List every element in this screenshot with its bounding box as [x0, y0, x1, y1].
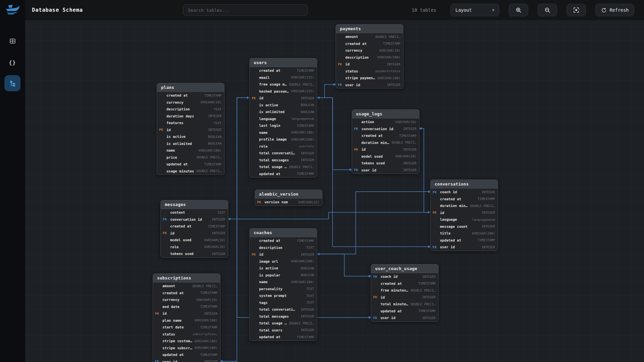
- field-name: total_messages: [259, 314, 289, 318]
- table-node-users[interactable]: userscreated_atTIMESTAMPemailVARCHAR(255…: [249, 58, 317, 177]
- table-header[interactable]: subscriptions: [153, 274, 220, 282]
- tree-diagram-icon: [9, 80, 16, 87]
- field-type: INTEGER: [210, 231, 225, 235]
- table-node-payments[interactable]: paymentsamountDOUBLE PRECI…created_atTIM…: [336, 24, 403, 89]
- sidebar-item-diagram[interactable]: [4, 75, 20, 91]
- table-row: end_dateTIMESTAMP: [153, 303, 220, 310]
- field-type: INTEGER: [206, 114, 221, 118]
- field-type: userrole: [297, 144, 314, 148]
- pk-badge: PK: [373, 295, 381, 299]
- field-type: TIMESTAMP: [295, 335, 314, 339]
- field-name: image_url: [259, 259, 278, 263]
- field-name: user_id: [162, 360, 177, 362]
- table-row: model_usedVARCHAR(50): [352, 153, 419, 160]
- field-name: id: [259, 96, 263, 100]
- field-type: DOUBLE PRECI…: [409, 289, 436, 292]
- table-header[interactable]: conversations: [431, 180, 498, 189]
- field-type: INTEGER: [385, 62, 400, 66]
- table-fields: FKcoach_idINTEGERcreated_atTIMESTAMPfree…: [371, 273, 438, 321]
- field-type: DOUBLE PRECI…: [191, 284, 217, 288]
- fit-view-button[interactable]: [566, 4, 586, 16]
- field-name: amount: [345, 35, 358, 39]
- field-type: TEXT: [212, 121, 221, 125]
- table-row: created_atTIMESTAMP: [352, 132, 419, 139]
- field-name: tokens_used: [170, 252, 194, 256]
- table-node-plans[interactable]: planscreated_atTIMESTAMPcurrencyVARCHAR(…: [157, 83, 225, 175]
- field-type: TEXT: [304, 287, 314, 291]
- table-row: tokens_usedINTEGER: [161, 250, 228, 257]
- table-row: total_usage_minu…DOUBLE PRECI…: [250, 163, 317, 170]
- table-row: created_atTIMESTAMP: [153, 290, 220, 297]
- pk-badge: PK: [257, 200, 264, 204]
- table-row: total_conversati…INTEGER: [250, 306, 317, 313]
- pk-badge: PK: [155, 312, 162, 315]
- diagram-canvas[interactable]: paymentsamountDOUBLE PRECI…created_atTIM…: [0, 0, 644, 362]
- table-row: FKuser_idINTEGER: [431, 244, 498, 251]
- search-input[interactable]: [183, 4, 308, 16]
- table-header[interactable]: usage_logs: [352, 110, 419, 118]
- zoom-in-button[interactable]: [509, 4, 528, 16]
- table-fields: created_atTIMESTAMPemailVARCHAR(255)free…: [250, 67, 317, 177]
- field-name: features: [166, 121, 184, 125]
- field-name: price: [166, 155, 177, 159]
- table-header[interactable]: plans: [157, 83, 224, 92]
- table-row: priceDOUBLE PRECI…: [157, 154, 224, 161]
- sidebar-item-code[interactable]: {}: [4, 54, 20, 70]
- table-row: created_atTIMESTAMP: [431, 196, 498, 203]
- field-name: name: [259, 131, 267, 135]
- table-node-user_coach_usage[interactable]: user_coach_usageFKcoach_idINTEGERcreated…: [371, 264, 439, 322]
- field-name: is_popular: [259, 273, 280, 277]
- field-type: BOOLEAN: [299, 103, 314, 107]
- table-header[interactable]: payments: [336, 24, 403, 33]
- field-name: duration_days: [166, 114, 194, 118]
- table-row: image_urlVARCHAR(500): [250, 258, 317, 265]
- table-row: PKversion_numVARCHAR(32): [255, 199, 322, 206]
- table-header[interactable]: users: [250, 58, 317, 67]
- table-row: currencyVARCHAR(10): [157, 99, 224, 106]
- field-name: language: [259, 117, 276, 121]
- field-name: user_id: [381, 316, 395, 320]
- table-row: currencyVARCHAR(10): [153, 296, 220, 303]
- table-node-alembic_version[interactable]: alembic_versionPKversion_numVARCHAR(32): [255, 190, 323, 206]
- table-row: PKidINTEGER: [431, 209, 498, 216]
- table-node-usage_logs[interactable]: usage_logsactionVARCHAR(50)FKconversatio…: [352, 109, 419, 174]
- field-type: VARCHAR(50): [393, 120, 416, 124]
- table-node-subscriptions[interactable]: subscriptionsamountDOUBLE PRECI…created_…: [153, 273, 220, 362]
- field-name: created_at: [440, 197, 461, 201]
- field-name: id: [259, 252, 263, 256]
- table-node-coaches[interactable]: coachescreated_atTIMESTAMPdescriptionTEX…: [249, 228, 317, 341]
- refresh-button[interactable]: Refresh: [595, 4, 634, 16]
- table-row: updated_atTIMESTAMP: [371, 308, 438, 315]
- zoom-in-icon: [515, 7, 522, 13]
- table-row: is_activeBOOLEAN: [157, 133, 224, 140]
- table-node-messages[interactable]: messagescontentTEXTFKconversation_idINTE…: [160, 200, 228, 258]
- curly-braces-icon: {}: [9, 59, 16, 66]
- field-name: plan_name: [162, 318, 182, 322]
- table-header[interactable]: alembic_version: [255, 190, 322, 199]
- table-header[interactable]: coaches: [250, 228, 317, 237]
- table-row: message_countINTEGER: [431, 223, 498, 230]
- layout-dropdown[interactable]: Layout ▼: [450, 4, 499, 16]
- table-row: personalityTEXT: [250, 286, 317, 293]
- field-type: VARCHAR(32): [296, 200, 319, 204]
- table-row: PKidINTEGER: [250, 251, 317, 258]
- table-node-conversations[interactable]: conversationsFKcoach_idINTEGERcreated_at…: [430, 179, 498, 251]
- field-type: INTEGER: [420, 295, 436, 299]
- zoom-out-button[interactable]: [538, 4, 557, 16]
- sidebar-item-tables[interactable]: [4, 33, 20, 49]
- pk-badge: PK: [338, 62, 345, 66]
- table-row: duration_daysINTEGER: [157, 113, 224, 120]
- table-row: nameVARCHAR(100): [157, 147, 224, 154]
- page-title: Database Schema: [32, 0, 83, 20]
- table-row: stripe_customer_…VARCHAR(100): [153, 338, 220, 345]
- field-type: TIMESTAMP: [202, 94, 221, 97]
- table-header[interactable]: user_coach_usage: [371, 264, 438, 273]
- field-name: updated_at: [440, 238, 461, 242]
- table-row: last_loginTIMESTAMP: [250, 122, 317, 129]
- fk-badge: FK: [354, 127, 361, 131]
- field-name: description: [166, 107, 190, 111]
- field-type: VARCHAR(500): [289, 138, 314, 141]
- relationship-edge: [317, 253, 371, 277]
- table-row: created_atTIMESTAMP: [161, 223, 228, 230]
- table-header[interactable]: messages: [161, 200, 228, 209]
